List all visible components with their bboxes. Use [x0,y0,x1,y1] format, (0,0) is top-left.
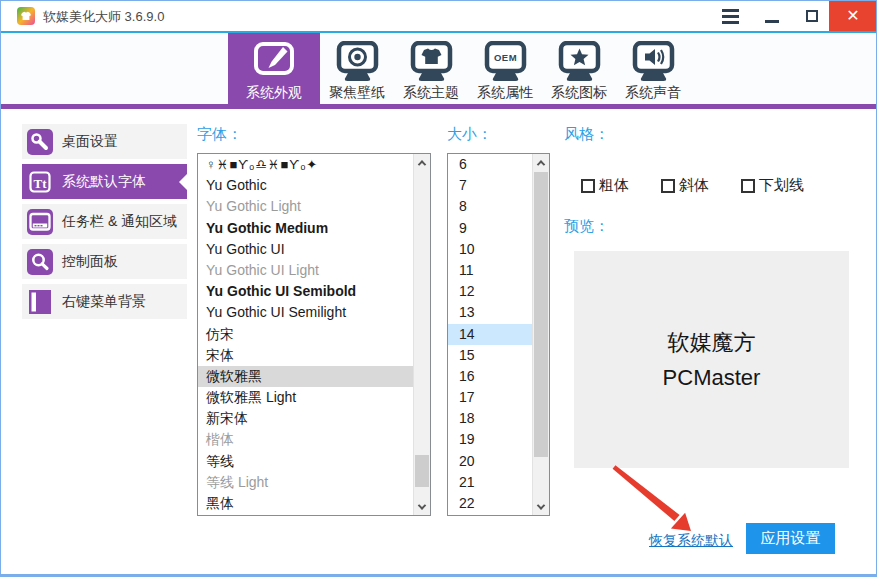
checkbox-icon[interactable] [581,179,595,193]
app-logo-icon [17,7,35,25]
sidebar: 桌面设置Tt系统默认字体任务栏 & 通知区域控制面板右键菜单背景 [22,124,187,324]
size-list-item[interactable]: 20 [448,451,532,472]
size-list-item[interactable]: 19 [448,429,532,450]
font-section-label: 字体： [197,125,242,144]
star-icon [556,37,603,83]
font-list-item[interactable]: Yu Gothic UI [198,239,413,260]
scroll-up-icon[interactable] [533,154,549,171]
size-list-item[interactable]: 11 [448,260,532,281]
svg-text:Tt: Tt [34,175,48,190]
size-list-item[interactable]: 13 [448,302,532,323]
tab-label: 系统属性 [477,84,533,102]
size-scrollbar[interactable] [532,154,549,515]
font-list-item[interactable]: 仿宋 [198,324,413,345]
app-window: 软媒美化大师 3.6.9.0 ✕ 系统外观聚焦壁纸系统主题OEM系统属性系统图标… [0,0,877,577]
toolbar-tab-2[interactable]: 聚焦壁纸 [320,33,394,104]
preview-box: 软媒魔方 PCMaster [574,251,849,468]
toolbar-tabs: 系统外观聚焦壁纸系统主题OEM系统属性系统图标系统声音 [228,33,690,104]
tab-label: 聚焦壁纸 [329,84,385,102]
minimize-icon[interactable] [755,1,789,31]
font-scrollbar-thumb[interactable] [415,455,429,487]
tab-label: 系统图标 [551,84,607,102]
style-option-3[interactable]: 下划线 [741,176,804,195]
apply-settings-button[interactable]: 应用设置 [746,523,835,554]
tab-label: 系统主题 [403,84,459,102]
window-title: 软媒美化大师 3.6.9.0 [43,8,164,26]
size-list-item[interactable]: 17 [448,387,532,408]
paintbrush-icon [249,37,299,83]
speaker-icon [630,37,677,83]
font-list-item[interactable]: Yu Gothic Medium [198,218,413,239]
sidebar-item-2[interactable]: Tt系统默认字体 [22,164,187,199]
font-list-item[interactable]: ♀♓■Ƴₒ♎♓■Ƴₒ✦ [198,154,413,175]
size-list-item[interactable]: 6 [448,154,532,175]
size-list-item[interactable]: 21 [448,472,532,493]
scroll-up-icon[interactable] [414,154,430,171]
sidebar-item-3[interactable]: 任务栏 & 通知区域 [22,204,187,239]
toolbar: 系统外观聚焦壁纸系统主题OEM系统属性系统图标系统声音 [1,33,876,104]
close-icon[interactable]: ✕ [829,1,877,31]
sidebar-item-5[interactable]: 右键菜单背景 [22,284,187,319]
size-list-item[interactable]: 18 [448,408,532,429]
font-listbox: ♀♓■Ƴₒ♎♓■Ƴₒ✦Yu GothicYu Gothic LightYu Go… [197,153,431,516]
menu-icon[interactable] [713,1,747,31]
font-list-item[interactable]: 宋体 [198,345,413,366]
scroll-down-icon[interactable] [533,498,549,515]
checkbox-icon[interactable] [661,179,675,193]
scroll-down-icon[interactable] [414,498,430,515]
font-list-item[interactable]: 黑体 [198,493,413,514]
size-list-item[interactable]: 12 [448,281,532,302]
font-list-item[interactable]: Yu Gothic UI Semilight [198,302,413,323]
size-section-label: 大小： [447,125,492,144]
style-section-label: 风格： [564,125,609,144]
preview-text-line2: PCMaster [663,360,761,395]
context-menu-icon [27,289,53,315]
checkbox-icon[interactable] [741,179,755,193]
font-list-item[interactable]: 微软雅黑 [198,366,413,387]
font-list-item[interactable]: Yu Gothic UI Light [198,260,413,281]
size-list-item[interactable]: 8 [448,196,532,217]
restore-defaults-link[interactable]: 恢复系统默认 [649,532,733,550]
font-list-item[interactable]: 新宋体 [198,408,413,429]
maximize-icon[interactable] [795,1,829,31]
font-list: ♀♓■Ƴₒ♎♓■Ƴₒ✦Yu GothicYu Gothic LightYu Go… [198,154,413,515]
style-option-2[interactable]: 斜体 [661,176,709,195]
size-list-item[interactable]: 10 [448,239,532,260]
font-icon: Tt [27,169,53,195]
toolbar-tab-3[interactable]: 系统主题 [394,33,468,104]
font-list-item[interactable]: 微软雅黑 Light [198,387,413,408]
size-listbox: 678910111213141516171819202122 [447,153,550,516]
font-list-item[interactable]: Yu Gothic UI Semibold [198,281,413,302]
toolbar-tab-5[interactable]: 系统图标 [542,33,616,104]
size-list-item[interactable]: 7 [448,175,532,196]
tab-label: 系统外观 [246,84,302,102]
wrench-icon [27,129,53,155]
toolbar-tab-1[interactable]: 系统外观 [228,33,320,104]
toolbar-tab-4[interactable]: OEM系统属性 [468,33,542,104]
svg-text:OEM: OEM [493,52,516,63]
size-list-item[interactable]: 14 [448,324,532,345]
oem-icon: OEM [482,37,529,83]
font-list-item[interactable]: 等线 Light [198,472,413,493]
tab-label: 系统声音 [625,84,681,102]
size-list-item[interactable]: 15 [448,345,532,366]
size-list-item[interactable]: 9 [448,218,532,239]
sidebar-item-4[interactable]: 控制面板 [22,244,187,279]
font-list-item[interactable]: 等线 [198,451,413,472]
style-option-1[interactable]: 粗体 [581,176,629,195]
checkbox-label: 斜体 [679,176,709,195]
font-list-item[interactable]: Yu Gothic [198,175,413,196]
toolbar-tab-6[interactable]: 系统声音 [616,33,690,104]
font-list-item[interactable]: Yu Gothic Light [198,196,413,217]
size-list: 678910111213141516171819202122 [448,154,532,515]
font-scrollbar[interactable] [413,154,430,515]
size-list-item[interactable]: 22 [448,493,532,514]
toolbar-underline [1,104,876,109]
checkbox-label: 下划线 [759,176,804,195]
font-list-item[interactable]: 楷体 [198,429,413,450]
size-scrollbar-thumb[interactable] [534,172,548,457]
preview-section-label: 预览： [564,217,609,236]
sidebar-item-1[interactable]: 桌面设置 [22,124,187,159]
theme-icon [408,37,455,83]
size-list-item[interactable]: 16 [448,366,532,387]
